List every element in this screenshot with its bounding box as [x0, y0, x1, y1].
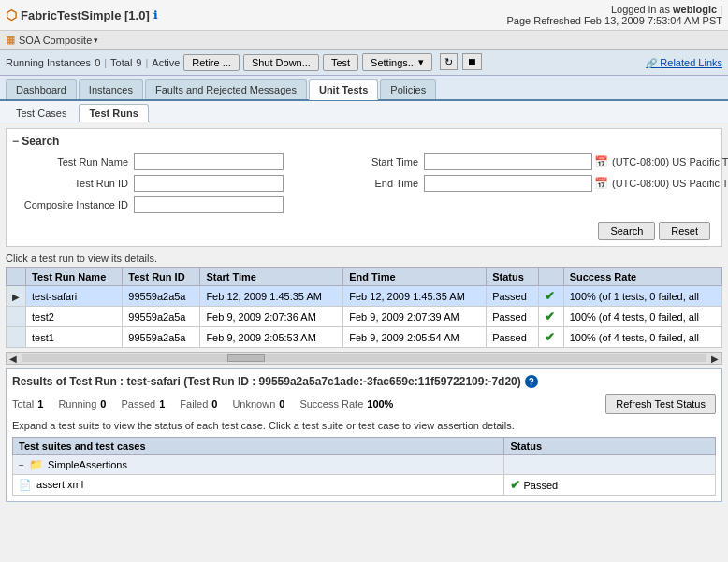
row-indicator — [7, 307, 26, 327]
end-time-input[interactable] — [424, 175, 592, 192]
related-link[interactable]: 🔗 Related Links — [646, 57, 722, 68]
search-panel-header[interactable]: − Search — [12, 135, 716, 148]
row-success-rate: 100% (of 1 tests, 0 failed, all — [563, 286, 721, 307]
page-refreshed: Page Refreshed Feb 13, 2009 7:53:04 AM P… — [506, 15, 722, 26]
app-header: ⬡ FabricTestSimple [1.0] ℹ Logged in as … — [0, 0, 728, 31]
soa-composite-label[interactable]: SOA Composite ▾ — [19, 35, 98, 46]
start-time-calendar-icon[interactable]: 📅 — [594, 155, 608, 168]
reset-button[interactable]: Reset — [659, 222, 710, 240]
row-status-check: ✔ — [538, 307, 563, 327]
stat-passed: Passed 1 — [121, 398, 165, 410]
app-icon: ⬡ — [6, 7, 17, 22]
stat-total: Total 1 — [12, 398, 43, 410]
stop-icon[interactable]: ⏹ — [462, 53, 482, 70]
toolbar-icons: ↻ ⏹ — [440, 56, 482, 68]
row-success-rate: 100% (of 4 tests, 0 failed, all — [563, 307, 721, 327]
tab-faults[interactable]: Faults and Rejected Messages — [145, 79, 307, 99]
running-instances-label: Running Instances — [6, 57, 91, 68]
check-icon: ✔ — [545, 310, 555, 324]
col-success-rate[interactable]: Success Rate — [563, 268, 721, 286]
col-test-run-id[interactable]: Test Run ID — [123, 268, 200, 286]
sub-tab-test-cases[interactable]: Test Cases — [6, 104, 77, 122]
search-button[interactable]: Search — [598, 222, 655, 240]
row-name[interactable]: test2 — [26, 307, 123, 327]
row-end-time: Feb 9, 2009 2:05:54 AM — [343, 327, 487, 348]
refresh-test-status-button[interactable]: Refresh Test Status — [605, 394, 716, 414]
link-icon: 🔗 — [646, 58, 657, 68]
table-row[interactable]: ▶ test-safari 99559a2a5a Feb 12, 2009 1:… — [7, 286, 722, 307]
start-time-input[interactable] — [424, 153, 592, 170]
end-time-timezone: (UTC-08:00) US Pacific Time — [612, 178, 728, 189]
logged-in-user: weblogic — [673, 4, 717, 15]
table-header-row: Test Run Name Test Run ID Start Time End… — [7, 268, 722, 286]
test-run-id-row: Test Run ID — [12, 175, 284, 192]
row-status-check: ✔ — [538, 286, 563, 307]
scroll-right-button[interactable]: ▶ — [708, 353, 721, 364]
retire-button[interactable]: Retire ... — [183, 54, 240, 71]
expand-icon[interactable]: − — [19, 460, 24, 470]
stat-running: Running 0 — [58, 398, 106, 410]
col-status[interactable]: Status — [487, 268, 539, 286]
stat-success-rate: Success Rate 100% — [299, 398, 393, 410]
row-name[interactable]: test1 — [26, 327, 123, 348]
col-end-time[interactable]: End Time — [343, 268, 487, 286]
header-right: Logged in as weblogic | Page Refreshed F… — [506, 4, 722, 26]
scroll-track[interactable] — [22, 354, 706, 362]
soa-dropdown-arrow[interactable]: ▾ — [94, 36, 98, 45]
scroll-thumb[interactable] — [227, 354, 265, 362]
col-suites[interactable]: Test suites and test cases — [13, 438, 504, 455]
results-table: Test Run Name Test Run ID Start Time End… — [6, 267, 722, 348]
main-tabs: Dashboard Instances Faults and Rejected … — [0, 76, 728, 101]
soa-icon: ▦ — [6, 34, 15, 46]
stat-failed: Failed 0 — [180, 398, 217, 410]
row-status-check: ✔ — [538, 327, 563, 348]
check-icon: ✔ — [545, 289, 555, 303]
test-run-name-input[interactable] — [134, 153, 284, 170]
test-run-name-row: Test Run Name — [12, 153, 284, 170]
sub-tabs: Test Cases Test Runs — [0, 101, 728, 122]
composite-instance-id-input[interactable] — [134, 196, 284, 213]
help-icon[interactable]: ? — [525, 375, 538, 388]
expand-hint: Expand a test suite to view the status o… — [12, 420, 716, 431]
search-form-right: Start Time 📅 (UTC-08:00) US Pacific Time… — [302, 153, 728, 218]
test-case-check-icon: ✔ — [510, 478, 520, 492]
row-name[interactable]: test-safari — [26, 286, 123, 307]
active-label: Active — [152, 57, 180, 68]
search-buttons: Search Reset — [12, 222, 710, 240]
settings-button[interactable]: Settings... ▾ — [362, 53, 432, 71]
info-icon[interactable]: ℹ — [153, 9, 157, 22]
file-icon: 📄 — [19, 479, 32, 490]
tab-policies[interactable]: Policies — [380, 79, 436, 99]
tab-instances[interactable]: Instances — [79, 79, 143, 99]
horizontal-scrollbar[interactable]: ◀ ▶ — [6, 352, 722, 365]
collapse-icon: − — [12, 135, 19, 148]
end-time-row: End Time 📅 (UTC-08:00) US Pacific Time — [302, 175, 728, 192]
row-status: Passed — [487, 307, 539, 327]
tab-unit-tests[interactable]: Unit Tests — [309, 79, 378, 100]
test-button[interactable]: Test — [323, 54, 358, 71]
scroll-left-button[interactable]: ◀ — [7, 353, 20, 364]
start-time-row: Start Time 📅 (UTC-08:00) US Pacific Time — [302, 153, 728, 170]
table-row[interactable]: test2 99559a2a5a Feb 9, 2009 2:07:36 AM … — [7, 307, 722, 327]
col-start-time[interactable]: Start Time — [200, 268, 343, 286]
shutdown-button[interactable]: Shut Down... — [243, 54, 319, 71]
search-form: Test Run Name Test Run ID Composite Inst… — [12, 153, 716, 218]
tab-dashboard[interactable]: Dashboard — [6, 79, 77, 99]
suite-row[interactable]: − 📁 SimpleAssertions — [13, 455, 716, 475]
test-case-row[interactable]: 📄 assert.xml ✔ Passed — [13, 475, 716, 496]
composite-instance-id-row: Composite Instance ID — [12, 196, 284, 213]
row-status: Passed — [487, 327, 539, 348]
col-test-run-name[interactable]: Test Run Name — [26, 268, 123, 286]
sep2: | — [145, 57, 148, 68]
row-end-time: Feb 9, 2009 2:07:39 AM — [343, 307, 487, 327]
row-arrow-icon: ▶ — [12, 292, 20, 302]
table-row[interactable]: test1 99559a2a5a Feb 9, 2009 2:05:53 AM … — [7, 327, 722, 348]
col-suites-status[interactable]: Status — [504, 438, 716, 455]
end-time-label: End Time — [302, 178, 424, 189]
test-run-id-input[interactable] — [134, 175, 284, 192]
refresh-icon[interactable]: ↻ — [440, 53, 458, 70]
end-time-calendar-icon[interactable]: 📅 — [594, 177, 608, 190]
sub-tab-test-runs[interactable]: Test Runs — [79, 104, 148, 122]
app-title: FabricTestSimple [1.0] — [21, 8, 150, 22]
results-section: Results of Test Run : test-safari (Test … — [6, 368, 722, 502]
